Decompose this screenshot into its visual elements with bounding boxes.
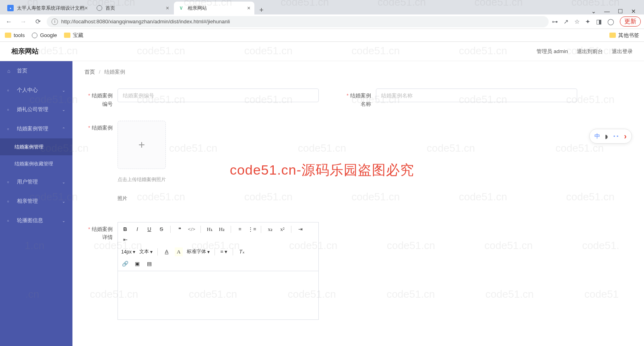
rich-text-editor: B I U S ❝ </> H₁ H₂ ≡ ⋮≡ x₂ (118, 222, 319, 320)
field-case-code: *结婚案例编号 (85, 89, 319, 109)
moon-icon[interactable]: ◗ (605, 133, 608, 140)
update-button[interactable]: 更新 (620, 16, 641, 27)
chevron-down-icon: ⌄ (62, 107, 65, 112)
sidebar-item-cases[interactable]: ▫结婚案例管理⌃ (0, 119, 72, 138)
app-title: 相亲网站 (11, 47, 39, 56)
link-button[interactable]: 🔗 (121, 260, 129, 268)
window-maximize[interactable]: ☐ (618, 8, 623, 14)
align-select[interactable]: ≡ ▾ (220, 247, 228, 256)
globe-icon (97, 5, 102, 11)
other-bookmarks[interactable]: 其他书签 (609, 32, 639, 39)
sidebar-item-dating[interactable]: ▫相亲管理⌄ (0, 192, 72, 211)
superscript-button[interactable]: x² (278, 225, 286, 234)
field-case-photo: *结婚案例 + 点击上传结婚案例照片 照片 (85, 121, 632, 202)
field-label: *结婚案例名称 (343, 89, 371, 109)
video-button[interactable]: ▤ (145, 260, 153, 268)
share-icon[interactable]: ↗ (564, 18, 569, 25)
bookmark-star-icon[interactable]: ☆ (574, 18, 580, 25)
content-area: 首页 / 结婚案例 *结婚案例编号 *结婚案例名称 *结婚案例 + 点击上传结婚 (72, 61, 644, 346)
close-icon[interactable]: × (85, 5, 88, 11)
h1-button[interactable]: H₁ (206, 225, 214, 234)
folder-icon (5, 33, 11, 38)
grid-icon: ▫ (7, 107, 13, 113)
ime-cn-button[interactable]: 中 (594, 133, 600, 140)
font-size-select[interactable]: 14px ▾ (121, 249, 135, 255)
breadcrumb-current: 结婚案例 (104, 69, 125, 75)
italic-button[interactable]: I (133, 225, 141, 234)
circle-icon: ▫ (7, 218, 13, 224)
window-dropdown[interactable]: ⌄ (591, 8, 596, 14)
tab-favicon: ▪ (7, 5, 14, 11)
nav-reload-button[interactable]: ⟳ (32, 16, 43, 27)
info-icon[interactable]: i (52, 19, 58, 25)
photo-sublabel: 照片 (118, 195, 166, 202)
breadcrumb-home[interactable]: 首页 (85, 69, 95, 75)
folder-icon (609, 33, 616, 38)
image-button[interactable]: ▣ (133, 260, 141, 268)
quote-button[interactable]: ❝ (175, 225, 184, 234)
chevron-right-icon[interactable]: › (624, 132, 627, 141)
new-tab-button[interactable]: + (255, 6, 268, 14)
outdent-button[interactable]: ⇤ (121, 235, 129, 244)
indent-button[interactable]: ⇥ (296, 225, 304, 234)
sidebar-item-home[interactable]: ⌂首页 (0, 61, 72, 80)
chevron-down-icon: ⌄ (62, 88, 65, 93)
url-input[interactable]: i http://localhost:8080/xiangqinwangzhan… (47, 16, 549, 27)
text-color-button[interactable]: A (163, 247, 171, 256)
user-label[interactable]: 管理员 admin (537, 48, 568, 55)
upload-photo-button[interactable]: + (118, 121, 166, 169)
breadcrumb: 首页 / 结婚案例 (72, 61, 644, 80)
nav-forward-button[interactable]: → (18, 16, 29, 27)
underline-button[interactable]: U (145, 225, 153, 234)
dots-icon[interactable]: ⚬⚬ (613, 134, 619, 138)
extensions-icon[interactable]: ✦ (585, 18, 590, 25)
browser-tab-0[interactable]: ▪ 太平人寿签章系统详细设计文档 × (3, 2, 92, 14)
list-bullet-button[interactable]: ⋮≡ (248, 225, 256, 234)
bold-button[interactable]: B (121, 225, 129, 234)
close-icon[interactable]: × (247, 5, 250, 11)
window-minimize[interactable]: — (604, 8, 610, 14)
bookmark-google[interactable]: Google (32, 32, 57, 38)
clear-format-button[interactable]: Tₓ (238, 247, 246, 256)
sidebar-item-personal[interactable]: ▫个人中心⌄ (0, 80, 72, 100)
tab-title: 太平人寿签章系统详细设计文档 (17, 5, 85, 12)
folder-icon (64, 33, 70, 38)
sidebar-item-case-favorite[interactable]: 结婚案例收藏管理 (0, 155, 72, 172)
url-text: http://localhost:8080/xiangqinwangzhan/a… (61, 19, 230, 25)
window-close[interactable]: ✕ (631, 8, 636, 14)
browser-tab-1[interactable]: 首页 × (93, 2, 173, 14)
case-name-input[interactable] (376, 89, 577, 102)
sidebar-item-carousel[interactable]: ▫轮播图信息⌄ (0, 211, 72, 230)
breadcrumb-separator: / (99, 69, 101, 75)
user-icon: ▫ (7, 87, 13, 93)
field-label: *结婚案例详情 (85, 222, 113, 242)
h2-button[interactable]: H₂ (218, 225, 226, 234)
font-family-select[interactable]: 标准字体 ▾ (187, 248, 210, 255)
subscript-button[interactable]: x₂ (266, 225, 274, 234)
sidebar-item-users[interactable]: ▫用户管理⌄ (0, 172, 72, 192)
to-front-button[interactable]: 退出到前台 (577, 48, 603, 55)
strike-button[interactable]: S (157, 225, 165, 234)
bookmark-treasure[interactable]: 宝藏 (64, 32, 83, 39)
list-ordered-button[interactable]: ≡ (236, 225, 244, 234)
profile-icon[interactable]: ◯ (607, 18, 614, 25)
case-code-input[interactable] (118, 89, 319, 102)
nav-back-button[interactable]: ← (3, 16, 14, 27)
code-button[interactable]: </> (188, 225, 196, 234)
logout-button[interactable]: 退出登录 (612, 48, 633, 55)
chevron-up-icon: ⌃ (62, 127, 65, 131)
vue-icon: V (178, 5, 184, 11)
sidebar-item-company[interactable]: ▫婚礼公司管理⌄ (0, 100, 72, 119)
text-type-select[interactable]: 文本 ▾ (139, 248, 153, 255)
browser-tab-2[interactable]: V 相亲网站 × (174, 2, 254, 14)
upload-hint: 点击上传结婚案例照片 (118, 176, 166, 183)
close-icon[interactable]: × (166, 5, 169, 11)
bookmark-tools[interactable]: tools (5, 32, 25, 38)
editor-content[interactable] (118, 271, 318, 319)
chevron-down-icon: ⌄ (62, 199, 65, 204)
sidepanel-icon[interactable]: ◨ (596, 18, 602, 25)
password-icon[interactable]: ⊶ (552, 18, 558, 25)
input-method-widget[interactable]: 中 ◗ ⚬⚬ › (589, 129, 632, 144)
sidebar-item-case-manage[interactable]: 结婚案例管理 (0, 138, 72, 155)
bg-color-button[interactable]: A (175, 247, 183, 256)
